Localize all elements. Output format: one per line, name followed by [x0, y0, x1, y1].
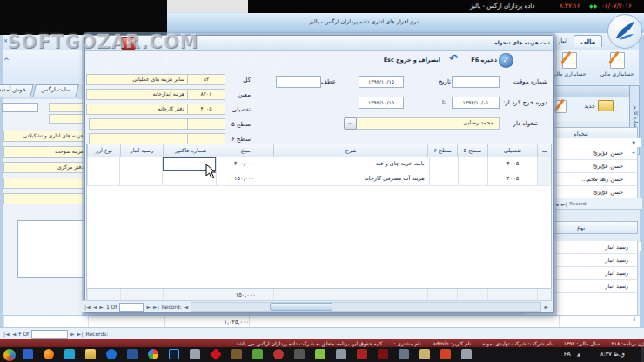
- temp-number-input[interactable]: [452, 76, 500, 88]
- expense-field-5[interactable]: [3, 193, 84, 204]
- level5-name-input[interactable]: [89, 118, 188, 130]
- record-position-box[interactable]: [119, 303, 144, 312]
- last-record-icon[interactable]: ►|: [561, 200, 567, 208]
- level5-code-input[interactable]: [187, 118, 225, 130]
- save-check-icon[interactable]: ✓: [499, 53, 513, 68]
- save-button[interactable]: ذخیره F6: [471, 57, 497, 64]
- app-icon[interactable]: [252, 349, 263, 359]
- grid-row-2[interactable]: ۴۰۰۵ هزینه آب مصرفی کارخانه ۱۵۰,۰۰۰: [87, 171, 551, 186]
- word-icon[interactable]: [127, 349, 138, 359]
- col-tafsili[interactable]: تفصیلی: [487, 144, 537, 157]
- col-invoice-number[interactable]: شماره فاکتور: [163, 144, 217, 157]
- grid-row-1[interactable]: ۴۰۰۵ بابت خرید چای و قند ۴۰۰,۰۰۰: [87, 157, 551, 171]
- powerpoint-icon[interactable]: [440, 349, 451, 359]
- status-customer: نام مشتری :: [393, 340, 420, 346]
- firefox-icon[interactable]: [44, 349, 54, 359]
- left-small-input[interactable]: [2, 103, 38, 112]
- prev-record-icon[interactable]: ◄: [93, 303, 97, 311]
- taskbar-clock[interactable]: ق.ظ ۸:۳۷: [600, 351, 625, 358]
- horizontal-scrollbar[interactable]: [191, 302, 541, 312]
- first-record-icon[interactable]: |◄: [84, 303, 91, 311]
- app-icon[interactable]: [378, 349, 388, 359]
- expense-field-2[interactable]: هزینه سوخت: [3, 146, 86, 158]
- left-listbox[interactable]: [17, 220, 85, 278]
- tray-arrow-icon[interactable]: ▲: [577, 352, 580, 357]
- last-record-icon[interactable]: ►|: [153, 303, 159, 311]
- kmplayer-icon[interactable]: [210, 348, 222, 360]
- expense-field-3[interactable]: دفتر مرکزی: [3, 162, 86, 173]
- cancel-undo-icon[interactable]: ↶: [449, 52, 458, 64]
- app-icon[interactable]: [231, 349, 242, 359]
- col-level5[interactable]: سطح ۵: [457, 144, 487, 157]
- financial-accounting-button[interactable]: حسابداری مالی: [594, 52, 641, 77]
- tafsili-name-input[interactable]: دفتر کارخانه: [86, 104, 188, 115]
- period-to-input[interactable]: ۱۳۹۲/۱۰/۱۵: [359, 97, 404, 109]
- col-level6[interactable]: سطح ۶: [427, 144, 457, 157]
- main-sum-row: ۱,۰۲۵,۰۰۰: [3, 315, 640, 328]
- app-icon[interactable]: [294, 349, 305, 359]
- left-small-field-2[interactable]: [49, 114, 84, 124]
- app-icon[interactable]: [336, 349, 346, 359]
- start-button[interactable]: [3, 349, 16, 361]
- kol-name-input[interactable]: سایر هزینه های عملیاتی: [86, 74, 188, 85]
- edit-pencil-icon: [555, 100, 567, 113]
- tafsili-code-input[interactable]: ۴۰۰۵: [187, 104, 225, 115]
- scrollbar-thumb[interactable]: [270, 303, 332, 311]
- ie-icon[interactable]: [23, 349, 33, 359]
- level6-label: سطح ۶: [231, 136, 251, 143]
- prev-record-icon[interactable]: ◄: [12, 330, 17, 338]
- media-player-icon[interactable]: [64, 349, 75, 359]
- tab-arges-site[interactable]: سایت ارگس: [32, 84, 79, 97]
- dialog-record-nav: |◄ ◄ ► 1 Of ► ►| Record: ◄ ►: [81, 300, 552, 312]
- col-amount[interactable]: مبلغ: [218, 144, 273, 157]
- tab-anbar[interactable]: انبار: [552, 35, 574, 47]
- scroll-left-icon[interactable]: ◄: [184, 303, 188, 311]
- android-icon[interactable]: [315, 349, 325, 359]
- record-position-box[interactable]: [31, 330, 68, 339]
- video-title: داده پردازان ارگس - پالیز: [470, 3, 534, 10]
- filter-icon[interactable]: ▼: [632, 140, 635, 145]
- next-record-icon[interactable]: ►: [146, 303, 151, 311]
- kol-code-input[interactable]: ۸۲: [187, 74, 225, 85]
- holder-browse-button[interactable]: ...: [344, 117, 357, 130]
- app-icon[interactable]: [190, 349, 200, 359]
- col-currency-type[interactable]: نوع ارز: [87, 144, 120, 157]
- left-small-field-1[interactable]: [49, 103, 84, 112]
- photoshop-icon[interactable]: [169, 349, 179, 359]
- period-from-input[interactable]: ۱۳۹۲/۱۰/۰۱: [452, 97, 500, 109]
- wmp-icon[interactable]: [106, 349, 117, 359]
- cancel-button[interactable]: انصراف و خروج Esc: [384, 57, 440, 64]
- language-indicator[interactable]: FA: [564, 351, 571, 358]
- flash-icon[interactable]: [357, 349, 367, 359]
- holder-input[interactable]: محمد رضایی: [352, 117, 500, 130]
- atf-input[interactable]: [276, 76, 321, 88]
- prev-record-icon[interactable]: ◄: [554, 200, 559, 208]
- main-record-nav: |◄ ◄ ۴ Of ► ►| Records:: [0, 327, 644, 339]
- col-indicator[interactable]: ب: [537, 144, 551, 157]
- new-button[interactable]: جدید: [584, 100, 614, 111]
- col-warehouse-receipt[interactable]: رسید انبار: [120, 144, 164, 157]
- moein-code-input[interactable]: ۸۲۰۶: [187, 89, 225, 100]
- chrome-icon[interactable]: [148, 349, 158, 359]
- printer-icon[interactable]: [461, 349, 472, 359]
- expense-field-4[interactable]: [3, 178, 84, 189]
- next-record-icon[interactable]: ►: [70, 330, 75, 338]
- moein-name-input[interactable]: هزینه آبدارخانه: [86, 89, 188, 100]
- date-input[interactable]: ۱۳۹۲/۱۰/۱۵: [359, 76, 404, 88]
- first-record-icon[interactable]: |◄: [3, 330, 10, 338]
- window-title: نرم افزار های اداری داده پردازان ارگس - …: [290, 18, 438, 25]
- tab-welcome[interactable]: خوش آمدید: [0, 84, 34, 97]
- last-record-icon[interactable]: ►|: [77, 330, 84, 338]
- opera-icon[interactable]: [273, 349, 284, 359]
- scroll-updown-icon[interactable]: ↕: [632, 316, 637, 323]
- tab-mali[interactable]: مالی: [574, 35, 602, 47]
- next-record-icon[interactable]: ►: [99, 303, 104, 311]
- app-icon[interactable]: [399, 349, 409, 359]
- folder-icon[interactable]: [419, 349, 430, 359]
- col-description[interactable]: شرح: [273, 144, 427, 157]
- show-desktop-button[interactable]: [641, 347, 644, 362]
- expense-field-1[interactable]: هزینه های اداری و تشکیلاتی: [3, 131, 86, 142]
- watermark-persian: اولین دانشنامه نرم افزار ایران: [0, 50, 300, 69]
- folder-icon[interactable]: [85, 349, 96, 359]
- scroll-right-icon[interactable]: ►: [544, 303, 548, 311]
